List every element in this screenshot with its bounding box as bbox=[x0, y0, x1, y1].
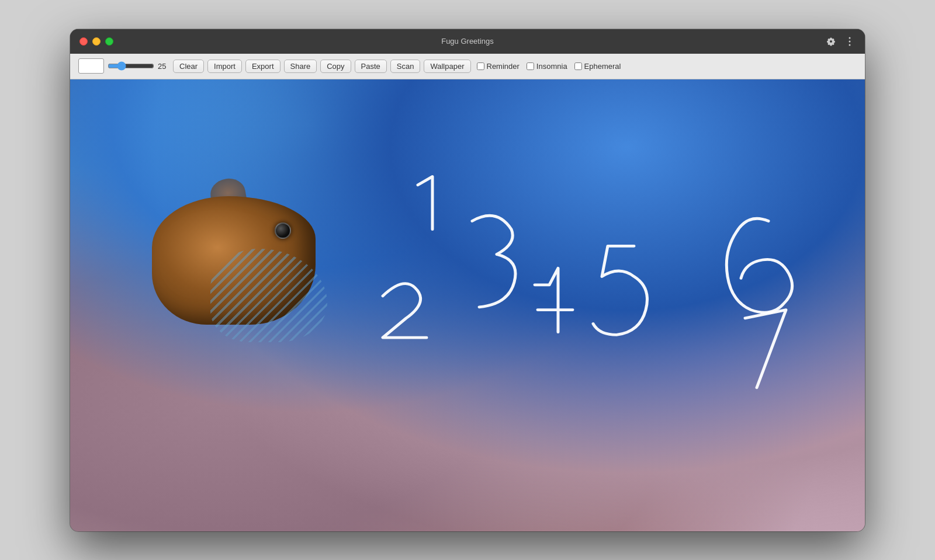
minimize-button[interactable] bbox=[92, 37, 101, 46]
reminder-label: Reminder bbox=[487, 62, 520, 71]
fish-stripes bbox=[210, 249, 327, 342]
slider-value: 25 bbox=[158, 62, 169, 71]
more-options-icon[interactable] bbox=[844, 36, 856, 47]
maximize-button[interactable] bbox=[105, 37, 113, 46]
titlebar-actions bbox=[825, 36, 856, 47]
copy-button[interactable]: Copy bbox=[320, 60, 351, 73]
insomnia-label: Insomnia bbox=[536, 62, 567, 71]
fish-illustration bbox=[117, 161, 339, 360]
traffic-lights bbox=[79, 37, 113, 46]
insomnia-checkbox[interactable] bbox=[527, 62, 534, 70]
export-button[interactable]: Export bbox=[245, 60, 280, 73]
extensions-icon[interactable] bbox=[825, 36, 837, 47]
app-window: Fugu Greetings 25 Clear Import bbox=[70, 29, 865, 531]
slider-container: 25 bbox=[108, 61, 169, 71]
color-swatch[interactable] bbox=[78, 58, 104, 74]
clear-button[interactable]: Clear bbox=[173, 60, 204, 73]
brush-size-slider[interactable] bbox=[108, 61, 154, 71]
import-button[interactable]: Import bbox=[207, 60, 242, 73]
svg-point-2 bbox=[849, 44, 851, 46]
paste-button[interactable]: Paste bbox=[355, 60, 387, 73]
fish-body bbox=[152, 196, 316, 325]
checkbox-group: Reminder Insomnia Ephemeral bbox=[477, 62, 621, 71]
reminder-checkbox-label[interactable]: Reminder bbox=[477, 62, 520, 71]
wallpaper-button[interactable]: Wallpaper bbox=[424, 60, 470, 73]
insomnia-checkbox-label[interactable]: Insomnia bbox=[527, 62, 567, 71]
svg-point-1 bbox=[849, 40, 851, 42]
toolbar: 25 Clear Import Export Share Copy Paste … bbox=[70, 54, 865, 79]
share-button[interactable]: Share bbox=[284, 60, 317, 73]
fish-eye bbox=[275, 222, 291, 239]
window-title: Fugu Greetings bbox=[441, 37, 494, 46]
ephemeral-checkbox-label[interactable]: Ephemeral bbox=[574, 62, 621, 71]
close-button[interactable] bbox=[79, 37, 88, 46]
reminder-checkbox[interactable] bbox=[477, 62, 484, 70]
ephemeral-label: Ephemeral bbox=[584, 62, 621, 71]
ephemeral-checkbox[interactable] bbox=[574, 62, 582, 70]
titlebar: Fugu Greetings bbox=[70, 29, 865, 54]
canvas-area[interactable] bbox=[70, 79, 865, 531]
scan-button[interactable]: Scan bbox=[390, 60, 421, 73]
svg-point-0 bbox=[849, 37, 851, 39]
